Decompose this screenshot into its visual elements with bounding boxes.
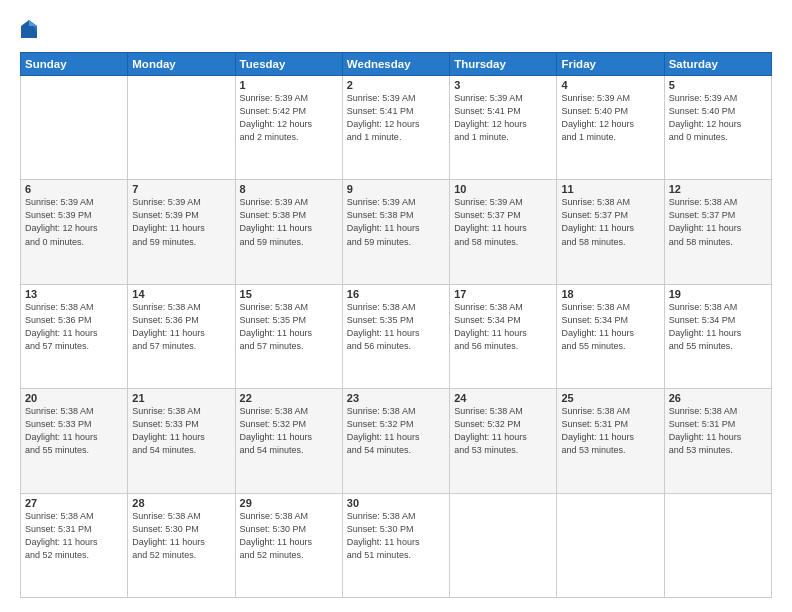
day-number: 1 [240, 79, 338, 91]
calendar-table: SundayMondayTuesdayWednesdayThursdayFrid… [20, 52, 772, 598]
day-info: Sunrise: 5:39 AM Sunset: 5:40 PM Dayligh… [561, 92, 659, 144]
calendar-cell: 19Sunrise: 5:38 AM Sunset: 5:34 PM Dayli… [664, 284, 771, 388]
day-number: 2 [347, 79, 445, 91]
calendar-cell: 6Sunrise: 5:39 AM Sunset: 5:39 PM Daylig… [21, 180, 128, 284]
day-info: Sunrise: 5:39 AM Sunset: 5:41 PM Dayligh… [454, 92, 552, 144]
calendar-cell: 14Sunrise: 5:38 AM Sunset: 5:36 PM Dayli… [128, 284, 235, 388]
day-number: 10 [454, 183, 552, 195]
day-info: Sunrise: 5:38 AM Sunset: 5:33 PM Dayligh… [132, 405, 230, 457]
day-info: Sunrise: 5:39 AM Sunset: 5:38 PM Dayligh… [347, 196, 445, 248]
day-number: 17 [454, 288, 552, 300]
calendar-week-1: 1Sunrise: 5:39 AM Sunset: 5:42 PM Daylig… [21, 76, 772, 180]
calendar-cell: 20Sunrise: 5:38 AM Sunset: 5:33 PM Dayli… [21, 389, 128, 493]
calendar-week-2: 6Sunrise: 5:39 AM Sunset: 5:39 PM Daylig… [21, 180, 772, 284]
day-info: Sunrise: 5:39 AM Sunset: 5:38 PM Dayligh… [240, 196, 338, 248]
calendar-cell [664, 493, 771, 597]
calendar-cell [450, 493, 557, 597]
day-number: 15 [240, 288, 338, 300]
day-number: 3 [454, 79, 552, 91]
day-number: 22 [240, 392, 338, 404]
calendar-cell: 29Sunrise: 5:38 AM Sunset: 5:30 PM Dayli… [235, 493, 342, 597]
calendar-cell: 1Sunrise: 5:39 AM Sunset: 5:42 PM Daylig… [235, 76, 342, 180]
svg-marker-1 [29, 20, 37, 26]
day-info: Sunrise: 5:38 AM Sunset: 5:31 PM Dayligh… [669, 405, 767, 457]
day-number: 26 [669, 392, 767, 404]
day-number: 20 [25, 392, 123, 404]
day-info: Sunrise: 5:38 AM Sunset: 5:30 PM Dayligh… [347, 510, 445, 562]
calendar-week-4: 20Sunrise: 5:38 AM Sunset: 5:33 PM Dayli… [21, 389, 772, 493]
calendar-cell: 4Sunrise: 5:39 AM Sunset: 5:40 PM Daylig… [557, 76, 664, 180]
calendar-cell: 2Sunrise: 5:39 AM Sunset: 5:41 PM Daylig… [342, 76, 449, 180]
calendar-cell: 13Sunrise: 5:38 AM Sunset: 5:36 PM Dayli… [21, 284, 128, 388]
day-info: Sunrise: 5:38 AM Sunset: 5:34 PM Dayligh… [669, 301, 767, 353]
col-header-monday: Monday [128, 53, 235, 76]
day-info: Sunrise: 5:38 AM Sunset: 5:31 PM Dayligh… [25, 510, 123, 562]
day-info: Sunrise: 5:39 AM Sunset: 5:41 PM Dayligh… [347, 92, 445, 144]
calendar-cell: 18Sunrise: 5:38 AM Sunset: 5:34 PM Dayli… [557, 284, 664, 388]
calendar-header-row: SundayMondayTuesdayWednesdayThursdayFrid… [21, 53, 772, 76]
calendar-cell: 3Sunrise: 5:39 AM Sunset: 5:41 PM Daylig… [450, 76, 557, 180]
day-number: 4 [561, 79, 659, 91]
day-info: Sunrise: 5:39 AM Sunset: 5:42 PM Dayligh… [240, 92, 338, 144]
calendar-cell: 9Sunrise: 5:39 AM Sunset: 5:38 PM Daylig… [342, 180, 449, 284]
day-info: Sunrise: 5:38 AM Sunset: 5:34 PM Dayligh… [454, 301, 552, 353]
day-info: Sunrise: 5:38 AM Sunset: 5:32 PM Dayligh… [454, 405, 552, 457]
col-header-wednesday: Wednesday [342, 53, 449, 76]
day-info: Sunrise: 5:38 AM Sunset: 5:33 PM Dayligh… [25, 405, 123, 457]
col-header-friday: Friday [557, 53, 664, 76]
calendar-cell: 25Sunrise: 5:38 AM Sunset: 5:31 PM Dayli… [557, 389, 664, 493]
day-number: 19 [669, 288, 767, 300]
calendar-cell: 10Sunrise: 5:39 AM Sunset: 5:37 PM Dayli… [450, 180, 557, 284]
calendar-cell: 8Sunrise: 5:39 AM Sunset: 5:38 PM Daylig… [235, 180, 342, 284]
col-header-sunday: Sunday [21, 53, 128, 76]
calendar-cell: 17Sunrise: 5:38 AM Sunset: 5:34 PM Dayli… [450, 284, 557, 388]
header [20, 18, 772, 40]
logo-icon [20, 18, 38, 40]
day-info: Sunrise: 5:38 AM Sunset: 5:30 PM Dayligh… [132, 510, 230, 562]
day-info: Sunrise: 5:38 AM Sunset: 5:31 PM Dayligh… [561, 405, 659, 457]
day-info: Sunrise: 5:38 AM Sunset: 5:32 PM Dayligh… [240, 405, 338, 457]
day-info: Sunrise: 5:39 AM Sunset: 5:40 PM Dayligh… [669, 92, 767, 144]
day-number: 25 [561, 392, 659, 404]
calendar-cell: 28Sunrise: 5:38 AM Sunset: 5:30 PM Dayli… [128, 493, 235, 597]
day-info: Sunrise: 5:39 AM Sunset: 5:37 PM Dayligh… [454, 196, 552, 248]
calendar-cell: 30Sunrise: 5:38 AM Sunset: 5:30 PM Dayli… [342, 493, 449, 597]
calendar-cell [21, 76, 128, 180]
day-number: 13 [25, 288, 123, 300]
day-info: Sunrise: 5:38 AM Sunset: 5:30 PM Dayligh… [240, 510, 338, 562]
day-number: 7 [132, 183, 230, 195]
day-number: 30 [347, 497, 445, 509]
day-info: Sunrise: 5:38 AM Sunset: 5:35 PM Dayligh… [240, 301, 338, 353]
calendar-cell: 27Sunrise: 5:38 AM Sunset: 5:31 PM Dayli… [21, 493, 128, 597]
calendar-cell: 5Sunrise: 5:39 AM Sunset: 5:40 PM Daylig… [664, 76, 771, 180]
day-number: 28 [132, 497, 230, 509]
calendar-cell: 11Sunrise: 5:38 AM Sunset: 5:37 PM Dayli… [557, 180, 664, 284]
day-number: 16 [347, 288, 445, 300]
day-number: 24 [454, 392, 552, 404]
day-info: Sunrise: 5:38 AM Sunset: 5:36 PM Dayligh… [132, 301, 230, 353]
calendar-cell: 12Sunrise: 5:38 AM Sunset: 5:37 PM Dayli… [664, 180, 771, 284]
calendar-cell: 15Sunrise: 5:38 AM Sunset: 5:35 PM Dayli… [235, 284, 342, 388]
calendar-week-3: 13Sunrise: 5:38 AM Sunset: 5:36 PM Dayli… [21, 284, 772, 388]
day-number: 18 [561, 288, 659, 300]
calendar-cell: 22Sunrise: 5:38 AM Sunset: 5:32 PM Dayli… [235, 389, 342, 493]
calendar-cell [128, 76, 235, 180]
calendar-cell: 16Sunrise: 5:38 AM Sunset: 5:35 PM Dayli… [342, 284, 449, 388]
day-number: 23 [347, 392, 445, 404]
day-number: 14 [132, 288, 230, 300]
day-info: Sunrise: 5:38 AM Sunset: 5:36 PM Dayligh… [25, 301, 123, 353]
calendar-cell: 26Sunrise: 5:38 AM Sunset: 5:31 PM Dayli… [664, 389, 771, 493]
day-number: 27 [25, 497, 123, 509]
calendar-cell: 24Sunrise: 5:38 AM Sunset: 5:32 PM Dayli… [450, 389, 557, 493]
day-info: Sunrise: 5:38 AM Sunset: 5:35 PM Dayligh… [347, 301, 445, 353]
calendar-cell: 23Sunrise: 5:38 AM Sunset: 5:32 PM Dayli… [342, 389, 449, 493]
day-info: Sunrise: 5:38 AM Sunset: 5:34 PM Dayligh… [561, 301, 659, 353]
col-header-thursday: Thursday [450, 53, 557, 76]
day-info: Sunrise: 5:38 AM Sunset: 5:32 PM Dayligh… [347, 405, 445, 457]
logo [20, 18, 40, 40]
col-header-saturday: Saturday [664, 53, 771, 76]
day-number: 29 [240, 497, 338, 509]
day-info: Sunrise: 5:39 AM Sunset: 5:39 PM Dayligh… [132, 196, 230, 248]
day-number: 6 [25, 183, 123, 195]
day-number: 12 [669, 183, 767, 195]
